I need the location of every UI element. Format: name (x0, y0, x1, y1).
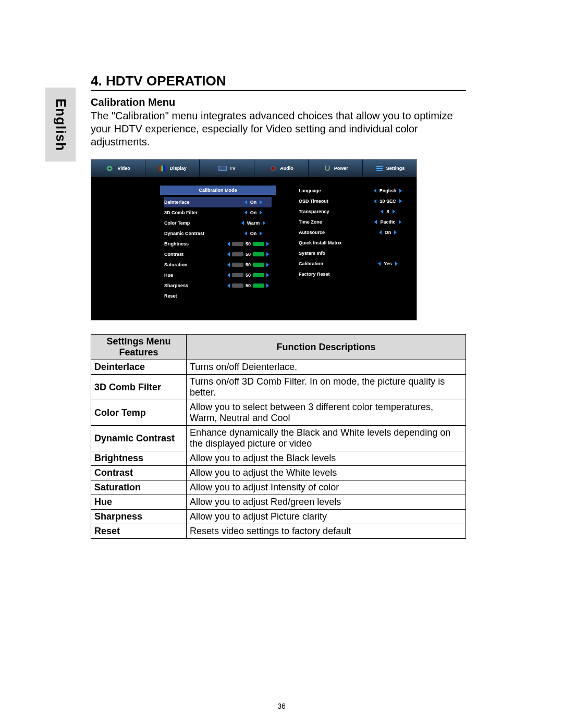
osd-value-selector[interactable]: English (370, 188, 406, 193)
chevron-right-icon[interactable] (399, 220, 401, 224)
osd-row-time-zone[interactable]: Time ZonePacific (299, 217, 406, 227)
language-tab: English (45, 88, 76, 162)
chevron-left-icon[interactable] (227, 283, 230, 288)
osd-tab-settings[interactable]: Settings (363, 159, 417, 177)
chevron-right-icon[interactable] (260, 231, 262, 236)
chevron-right-icon[interactable] (394, 230, 397, 235)
osd-tab-label: TV (229, 166, 236, 171)
table-row: 3D Comb FilterTurns on/off 3D Comb Filte… (91, 375, 466, 400)
osd-row-language[interactable]: LanguageEnglish (299, 186, 406, 196)
table-row: BrightnessAllow you to adjust the Black … (91, 451, 466, 466)
osd-row-transparency[interactable]: Transparency8 (299, 206, 406, 217)
osd-row-dynamic-contrast[interactable]: Dynamic ContrastOn (164, 228, 272, 239)
chevron-left-icon[interactable] (227, 263, 230, 267)
osd-tab-label: Display (170, 166, 187, 171)
osd-row-saturation[interactable]: Saturation50 (164, 260, 272, 270)
osd-tab-tv[interactable]: TV (200, 159, 254, 177)
osd-value-selector[interactable]: 8 (370, 209, 406, 214)
osd-row-label: Autosource (299, 230, 370, 235)
osd-slider[interactable]: 50 (225, 273, 272, 278)
table-row: SaturationAllow you to adjust Intensity … (91, 480, 466, 495)
slider-bar-left (232, 273, 243, 277)
osd-tab-video[interactable]: Video (91, 159, 145, 177)
table-row: DeinterlaceTurns on/off Deienterlace. (91, 360, 466, 375)
chevron-right-icon[interactable] (399, 199, 402, 203)
osd-value-selector[interactable]: On (235, 231, 272, 236)
chevron-left-icon[interactable] (227, 242, 230, 246)
osd-row-contrast[interactable]: Contrast50 (164, 249, 272, 260)
osd-row-quick-install-matrix[interactable]: Quick Install Matrix (299, 238, 406, 248)
osd-row-deinterlace[interactable]: DeinterlaceOn (164, 197, 272, 207)
osd-value-selector[interactable]: On (370, 230, 406, 235)
feature-description: Allow you to adjust the White levels (187, 466, 466, 480)
osd-slider[interactable]: 50 (225, 283, 272, 288)
table-row: ContrastAllow you to adjust the White le… (91, 466, 466, 480)
chevron-right-icon[interactable] (393, 209, 395, 214)
chevron-left-icon[interactable] (374, 199, 376, 203)
chevron-left-icon[interactable] (374, 189, 376, 193)
feature-name: Sharpness (91, 510, 187, 524)
feature-description: Allow you to adjust Red/green levels (187, 495, 466, 510)
slider-bar-right (253, 273, 264, 277)
osd-row-osd-timeout[interactable]: OSD Timeout10 SEC (299, 196, 406, 206)
osd-value-selector[interactable]: On (235, 200, 272, 205)
chevron-right-icon[interactable] (266, 252, 269, 256)
feature-name: 3D Comb Filter (91, 375, 187, 400)
slider-bar-right (253, 242, 264, 246)
chevron-left-icon[interactable] (244, 231, 247, 236)
table-header-desc: Function Descriptions (187, 335, 466, 360)
feature-name: Hue (91, 495, 187, 510)
chevron-left-icon[interactable] (378, 262, 381, 266)
osd-row-3d-comb-filter[interactable]: 3D Comb FilterOn (164, 207, 272, 218)
table-header-feature: Settings Menu Features (91, 335, 187, 360)
osd-slider[interactable]: 50 (225, 241, 272, 246)
osd-row-brightness[interactable]: Brightness50 (164, 239, 272, 249)
chevron-left-icon[interactable] (374, 220, 377, 224)
chevron-right-icon[interactable] (260, 211, 262, 215)
osd-row-label: Transparency (299, 209, 370, 214)
chevron-left-icon[interactable] (244, 200, 247, 204)
chevron-left-icon[interactable] (381, 209, 383, 214)
osd-row-label: Calibration (299, 261, 370, 266)
osd-row-sharpness[interactable]: Sharpness50 (164, 280, 272, 291)
osd-value-selector[interactable]: Pacific (370, 219, 406, 225)
osd-value-selector[interactable]: On (235, 210, 272, 215)
osd-value: Pacific (380, 219, 395, 225)
chevron-left-icon[interactable] (227, 273, 230, 277)
osd-value-selector[interactable]: Warm (235, 220, 272, 226)
chevron-right-icon[interactable] (399, 189, 402, 193)
osd-tab-power[interactable]: Power (309, 159, 363, 177)
osd-row-color-temp[interactable]: Color TempWarm (164, 218, 272, 228)
osd-tab-display[interactable]: Display (145, 159, 200, 177)
osd-value-selector[interactable]: 10 SEC (370, 199, 406, 204)
svg-point-7 (272, 167, 275, 169)
osd-calibration-panel: Calibration Mode DeinterlaceOn3D Comb Fi… (91, 182, 278, 320)
osd-value-selector[interactable]: Yes (370, 261, 406, 266)
chevron-left-icon[interactable] (241, 221, 244, 225)
chevron-left-icon[interactable] (379, 230, 382, 235)
sub-heading: Calibration Menu (91, 96, 466, 108)
chevron-right-icon[interactable] (266, 273, 269, 277)
osd-slider[interactable]: 50 (225, 252, 272, 257)
chevron-right-icon[interactable] (395, 262, 398, 266)
osd-row-factory-reset[interactable]: Factory Reset (299, 269, 406, 279)
chevron-right-icon[interactable] (263, 221, 265, 225)
chevron-right-icon[interactable] (266, 283, 269, 288)
feature-description: Allow you to adjust Intensity of color (187, 480, 466, 495)
osd-row-autosource[interactable]: AutosourceOn (299, 227, 406, 238)
chevron-right-icon[interactable] (266, 242, 269, 246)
chevron-left-icon[interactable] (227, 252, 230, 256)
osd-row-system-info[interactable]: System Info (299, 248, 406, 258)
osd-row-reset[interactable]: Reset (164, 291, 272, 301)
osd-tab-bar: Video Display TV (91, 159, 417, 177)
chevron-left-icon[interactable] (244, 211, 247, 215)
chevron-right-icon[interactable] (266, 263, 269, 267)
osd-row-hue[interactable]: Hue50 (164, 270, 272, 280)
osd-row-calibration[interactable]: CalibrationYes (299, 258, 406, 269)
chevron-right-icon[interactable] (260, 200, 262, 204)
osd-slider[interactable]: 50 (225, 262, 272, 267)
osd-row-label: Hue (164, 273, 225, 278)
osd-row-label: Factory Reset (299, 272, 406, 277)
osd-tab-audio[interactable]: Audio (254, 159, 309, 177)
osd-row-label: Contrast (164, 252, 225, 257)
